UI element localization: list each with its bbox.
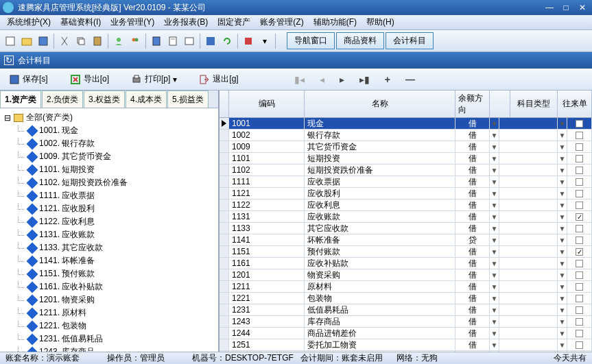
tool-cut-icon[interactable] <box>57 34 72 49</box>
checkbox[interactable] <box>576 178 583 186</box>
tree-item[interactable]: 1121. 应收股利 <box>0 202 218 215</box>
checkbox[interactable]: ✓ <box>576 248 583 256</box>
checkbox[interactable] <box>576 283 583 291</box>
type-dropdown-icon[interactable]: ▼ <box>558 339 567 350</box>
checkbox[interactable] <box>576 236 583 244</box>
type-dropdown-icon[interactable]: ▼ <box>558 223 567 234</box>
cell-type[interactable] <box>499 339 558 350</box>
cell-type[interactable] <box>499 211 558 222</box>
tool-stop-icon[interactable] <box>241 34 256 49</box>
cell-type[interactable] <box>499 269 558 280</box>
cell-dir[interactable]: 借 <box>455 269 490 280</box>
table-row[interactable]: 1211原材料借▼▼ <box>220 281 592 293</box>
tab-product[interactable]: 商品资料 <box>336 32 384 49</box>
cell-code[interactable]: 1002 <box>229 130 305 141</box>
tool-user-icon[interactable] <box>111 34 126 49</box>
table-row[interactable]: 1231低值易耗品借▼▼ <box>220 304 592 316</box>
cell-ref[interactable] <box>567 269 592 280</box>
tree-item[interactable]: 1211. 原材料 <box>0 306 218 319</box>
cell-type[interactable] <box>499 176 558 187</box>
tool-open-icon[interactable] <box>19 34 34 49</box>
table-row[interactable]: 1121应收股利借▼▼ <box>220 188 592 199</box>
maximize-button[interactable]: □ <box>559 2 573 13</box>
checkbox[interactable] <box>576 318 583 326</box>
cell-ref[interactable] <box>567 165 592 175</box>
cell-ref[interactable] <box>567 281 592 292</box>
cell-ref[interactable] <box>567 293 592 304</box>
cell-code[interactable]: 1101 <box>229 153 305 164</box>
col-dir[interactable]: 余额方向 <box>455 90 490 117</box>
cell-ref[interactable] <box>567 199 592 210</box>
checkbox[interactable] <box>576 260 583 267</box>
dir-dropdown-icon[interactable]: ▼ <box>490 130 499 141</box>
tab-account-subject[interactable]: 会计科目 <box>386 32 434 49</box>
cell-type[interactable] <box>499 188 558 199</box>
type-dropdown-icon[interactable]: ▼ <box>558 328 567 339</box>
cell-type[interactable] <box>499 328 558 339</box>
nav-next-icon[interactable]: ▸ <box>340 74 344 85</box>
checkbox[interactable]: ✓ <box>576 213 583 221</box>
cell-ref[interactable] <box>567 188 592 199</box>
dir-dropdown-icon[interactable]: ▼ <box>490 258 499 269</box>
cell-type[interactable] <box>499 281 558 292</box>
cell-dir[interactable]: 借 <box>455 118 490 129</box>
cell-type[interactable] <box>499 316 558 327</box>
table-row[interactable]: 1009其它货币资金借▼▼ <box>220 141 592 153</box>
dir-dropdown-icon[interactable]: ▼ <box>490 153 499 164</box>
dir-dropdown-icon[interactable]: ▼ <box>490 304 499 315</box>
cell-name[interactable]: 银行存款 <box>305 130 455 141</box>
cell-dir[interactable]: 借 <box>455 293 490 304</box>
cell-code[interactable]: 1251 <box>229 339 305 350</box>
cell-type[interactable] <box>499 165 558 175</box>
checkbox[interactable] <box>576 202 583 209</box>
cell-ref[interactable] <box>567 176 592 187</box>
table-row[interactable]: 1102短期投资跌价准备借▼▼ <box>220 165 592 176</box>
cell-type[interactable] <box>499 258 558 269</box>
cell-ref[interactable] <box>567 351 592 352</box>
dir-dropdown-icon[interactable]: ▼ <box>490 269 499 280</box>
cell-ref[interactable] <box>567 141 592 152</box>
tree-item[interactable]: 1009. 其它货币资金 <box>0 150 218 163</box>
type-dropdown-icon[interactable]: ▼ <box>558 188 567 199</box>
type-dropdown-icon[interactable]: ▼ <box>558 211 567 222</box>
dir-dropdown-icon[interactable]: ▼ <box>490 165 499 175</box>
checkbox[interactable] <box>576 190 583 197</box>
menu-basic[interactable]: 基础资料(I) <box>56 15 105 29</box>
cell-name[interactable]: 短期投资跌价准备 <box>305 165 455 175</box>
cell-name[interactable]: 应收票据 <box>305 176 455 187</box>
cell-code[interactable]: 1161 <box>229 258 305 269</box>
col-name[interactable]: 名称 <box>305 90 455 117</box>
menu-report[interactable]: 业务报表(B) <box>160 15 212 29</box>
type-dropdown-icon[interactable]: ▼ <box>558 234 567 245</box>
type-dropdown-icon[interactable]: ▼ <box>558 153 567 164</box>
table-row[interactable]: 1251委托加工物资借▼▼ <box>220 339 592 351</box>
cell-code[interactable]: 1261 <box>229 351 305 352</box>
cell-dir[interactable]: 借 <box>455 153 490 164</box>
cell-code[interactable]: 1151 <box>229 246 305 257</box>
cell-dir[interactable]: 借 <box>455 165 490 175</box>
checkbox[interactable] <box>576 271 583 279</box>
tree-item[interactable]: 1001. 现金 <box>0 124 218 137</box>
tab-liability[interactable]: 2.负债类 <box>42 90 83 108</box>
dir-dropdown-icon[interactable]: ▼ <box>490 293 499 304</box>
tree-item[interactable]: 1141. 坏帐准备 <box>0 254 218 267</box>
tree-item[interactable]: 1111. 应收票据 <box>0 189 218 202</box>
table-row[interactable]: 1201物资采购借▼▼ <box>220 269 592 281</box>
cell-name[interactable]: 应收股利 <box>305 188 455 199</box>
dir-dropdown-icon[interactable]: ▼ <box>490 199 499 210</box>
cell-type[interactable] <box>499 153 558 164</box>
dir-dropdown-icon[interactable]: ▼ <box>490 188 499 199</box>
cell-ref[interactable]: ✓ <box>567 211 592 222</box>
cell-code[interactable]: 1211 <box>229 281 305 292</box>
cell-ref[interactable] <box>567 258 592 269</box>
table-row[interactable]: 1141坏帐准备贷▼▼ <box>220 234 592 246</box>
cell-ref[interactable] <box>567 118 592 129</box>
cell-code[interactable]: 1201 <box>229 269 305 280</box>
type-dropdown-icon[interactable]: ▼ <box>558 293 567 304</box>
save-button[interactable]: 保存[s] <box>4 71 53 87</box>
cell-name[interactable]: 短期投资 <box>305 153 455 164</box>
type-dropdown-icon[interactable]: ▼ <box>558 246 567 257</box>
col-ref[interactable]: 往来单 <box>558 90 592 117</box>
cell-dir[interactable]: 借 <box>455 199 490 210</box>
type-dropdown-icon[interactable]: ▼ <box>558 316 567 327</box>
